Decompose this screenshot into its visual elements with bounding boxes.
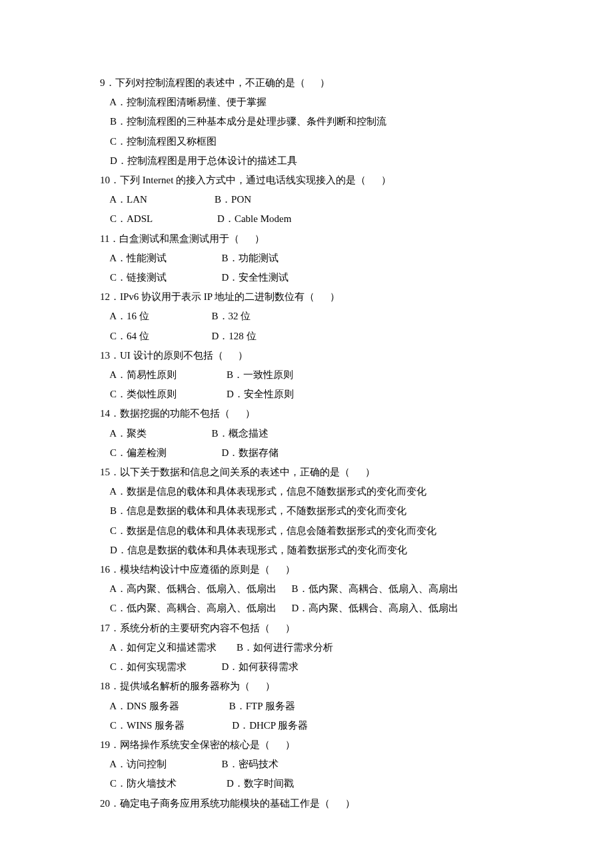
question-option: A．简易性原则 B．一致性原则 (100, 365, 513, 385)
question-option: C．WINS 服务器 D．DHCP 服务器 (100, 716, 513, 735)
question-option: C．64 位 D．128 位 (100, 327, 513, 346)
question-stem: 15．以下关于数据和信息之间关系的表述中，正确的是（ ） (100, 463, 513, 482)
exam-page: 9．下列对控制流程图的表述中，不正确的是（ ） A．控制流程图清晰易懂、便于掌握… (0, 0, 613, 813)
question-option: A．访问控制 B．密码技术 (100, 755, 513, 774)
question-option: C．偏差检测 D．数据存储 (100, 443, 513, 463)
question-option: C．低内聚、高耦合、高扇入、低扇出 D．高内聚、低耦合、高扇入、低扇出 (100, 599, 513, 618)
question-stem: 19．网络操作系统安全保密的核心是（ ） (100, 735, 513, 755)
question-stem: 14．数据挖掘的功能不包括（ ） (100, 404, 513, 423)
question-option: C．类似性原则 D．安全性原则 (100, 385, 513, 404)
question-option: A．16 位 B．32 位 (100, 307, 513, 326)
question-option: D．信息是数据的载体和具体表现形式，随着数据形式的变化而变化 (100, 541, 513, 560)
question-option: C．数据是信息的载体和具体表现形式，信息会随着数据形式的变化而变化 (100, 521, 513, 541)
question-stem: 9．下列对控制流程图的表述中，不正确的是（ ） (100, 73, 513, 93)
question-option: A．高内聚、低耦合、低扇入、低扇出 B．低内聚、高耦合、低扇入、高扇出 (100, 579, 513, 599)
question-option: A．聚类 B．概念描述 (100, 424, 513, 443)
question-stem: 10．下列 Internet 的接入方式中，通过电话线实现接入的是（ ） (100, 171, 513, 190)
question-option: A．性能测试 B．功能测试 (100, 249, 513, 268)
question-option: A．控制流程图清晰易懂、便于掌握 (100, 93, 513, 112)
question-option: B．信息是数据的载体和具体表现形式，不随数据形式的变化而变化 (100, 501, 513, 521)
question-option: B．控制流程图的三种基本成分是处理步骤、条件判断和控制流 (100, 112, 513, 131)
question-stem: 20．确定电子商务应用系统功能模块的基础工作是（ ） (100, 794, 513, 813)
question-option: C．如何实现需求 D．如何获得需求 (100, 657, 513, 677)
question-option: C．ADSL D．Cable Modem (100, 209, 513, 229)
question-stem: 16．模块结构设计中应遵循的原则是（ ） (100, 560, 513, 579)
question-option: A．如何定义和描述需求 B．如何进行需求分析 (100, 638, 513, 657)
question-stem: 13．UI 设计的原则不包括（ ） (100, 346, 513, 365)
question-option: D．控制流程图是用于总体设计的描述工具 (100, 151, 513, 171)
question-option: A．DNS 服务器 B．FTP 服务器 (100, 697, 513, 716)
question-stem: 11．白盒测试和黑盒测试用于（ ） (100, 229, 513, 249)
question-stem: 12．IPv6 协议用于表示 IP 地址的二进制数位有（ ） (100, 287, 513, 307)
question-stem: 17．系统分析的主要研究内容不包括（ ） (100, 619, 513, 638)
question-stem: 18．提供域名解析的服务器称为（ ） (100, 677, 513, 696)
question-option: C．防火墙技术 D．数字时间戳 (100, 774, 513, 793)
question-option: C．控制流程图又称框图 (100, 132, 513, 151)
question-option: A．LAN B．PON (100, 190, 513, 209)
question-option: A．数据是信息的载体和具体表现形式，信息不随数据形式的变化而变化 (100, 482, 513, 501)
question-option: C．链接测试 D．安全性测试 (100, 268, 513, 287)
